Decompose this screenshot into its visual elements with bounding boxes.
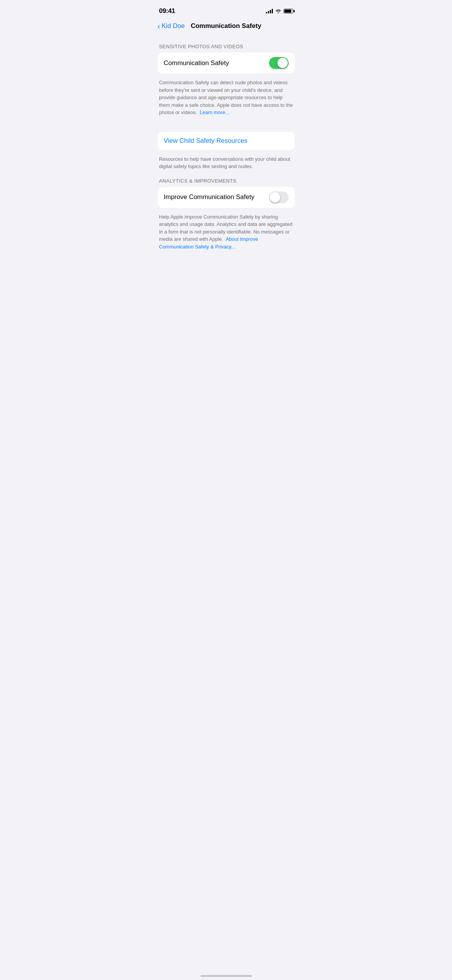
view-resources-row[interactable]: View Child Safety Resources: [158, 132, 295, 150]
communication-safety-label: Communication Safety: [164, 59, 229, 67]
communication-safety-row: Communication Safety: [158, 52, 295, 74]
status-time: 09:41: [159, 7, 175, 15]
analytics-description: Help Apple improve Communication Safety …: [158, 211, 295, 257]
analytics-section-label: ANALYTICS & IMPROVEMENTS: [158, 178, 295, 184]
view-resources-link[interactable]: View Child Safety Resources: [164, 137, 248, 144]
improve-safety-label: Improve Communication Safety: [164, 193, 255, 201]
communication-safety-description: Communication Safety can detect nude pho…: [158, 77, 295, 122]
main-content: SENSITIVE PHOTOS AND VIDEOS Communicatio…: [152, 36, 301, 264]
sensitive-section-label: SENSITIVE PHOTOS AND VIDEOS: [158, 44, 295, 49]
improve-safety-card: Improve Communication Safety: [158, 187, 295, 208]
resources-card: View Child Safety Resources: [158, 132, 295, 150]
back-label: Kid Doe: [162, 22, 184, 30]
signal-icon: [266, 9, 273, 13]
wifi-icon: [275, 9, 281, 13]
back-button[interactable]: ‹ Kid Doe: [158, 22, 185, 30]
improve-safety-toggle[interactable]: [269, 191, 289, 203]
communication-safety-card: Communication Safety: [158, 52, 295, 74]
status-icons: [266, 9, 293, 13]
improve-safety-row: Improve Communication Safety: [158, 187, 295, 208]
resources-description: Resources to help have conversations wit…: [158, 153, 295, 170]
battery-icon: [284, 9, 293, 13]
back-chevron-icon: ‹: [158, 22, 160, 30]
learn-more-link[interactable]: Learn more...: [200, 109, 229, 115]
page-title: Communication Safety: [191, 22, 261, 30]
navigation-bar: ‹ Kid Doe Communication Safety: [152, 19, 301, 36]
communication-safety-toggle[interactable]: [269, 57, 289, 69]
status-bar: 09:41: [152, 0, 301, 19]
